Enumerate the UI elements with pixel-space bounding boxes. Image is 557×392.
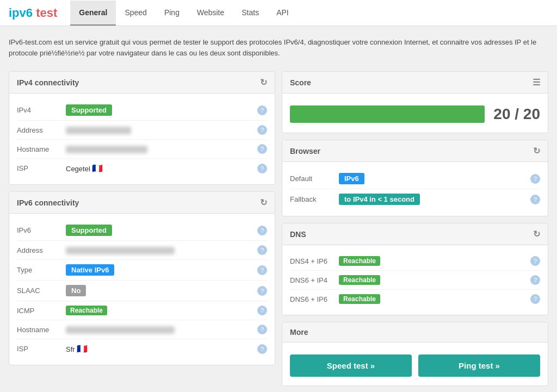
- dns-card-body: DNS4 + IP6 Reachable ? DNS6 + IP4 Reacha…: [282, 245, 548, 315]
- dns6-ip6-label: DNS6 + IP6: [290, 295, 339, 303]
- right-column: Score ☰ 20 / 20 Browser ↻ Default IP: [282, 71, 548, 386]
- main-grid: IPv4 connectivity ↻ IPv4 Supported ? Add…: [0, 65, 557, 392]
- browser-refresh-icon[interactable]: ↻: [533, 146, 540, 156]
- score-card-body: 20 / 20: [282, 94, 548, 133]
- browser-default-value: IPv6: [339, 173, 526, 184]
- browser-card-body: Default IPv6 ? Fallback to IPv4 in < 1 s…: [282, 162, 548, 216]
- ipv6-hostname-label: Hostname: [17, 326, 66, 334]
- table-row: Address ?: [17, 241, 267, 260]
- table-row: Hostname ?: [17, 320, 267, 339]
- nav-stats[interactable]: Stats: [233, 1, 268, 26]
- table-row: Fallback to IPv4 in < 1 second ?: [290, 189, 540, 209]
- browser-fallback-value: to IPv4 in < 1 second: [339, 194, 526, 205]
- ipv4-address-help-icon[interactable]: ?: [257, 125, 267, 135]
- nav-api[interactable]: API: [268, 1, 298, 26]
- ipv4-ipv4-help-icon[interactable]: ?: [257, 105, 267, 115]
- dns6-ip4-badge: Reachable: [339, 275, 380, 285]
- ipv6-isp-help-icon[interactable]: ?: [257, 344, 267, 354]
- ipv4-card-body: IPv4 Supported ? Address ? Hostname: [9, 94, 275, 184]
- ipv6-address-help-icon[interactable]: ?: [257, 245, 267, 255]
- ipv6-card-header: IPv6 connectivity ↻: [9, 192, 275, 214]
- ipv6-hostname-help-icon[interactable]: ?: [257, 325, 267, 334]
- ipv6-address-blurred: [66, 247, 175, 254]
- speed-test-button[interactable]: Speed test »: [290, 354, 412, 377]
- ipv6-slaac-label: SLAAC: [17, 287, 66, 295]
- ipv6-icmp-help-icon[interactable]: ?: [257, 306, 267, 315]
- ipv4-isp-value: Cegetel 🇫🇷: [66, 163, 253, 173]
- browser-fallback-help-icon[interactable]: ?: [530, 195, 540, 204]
- ipv4-hostname-value: [66, 145, 253, 153]
- ipv6-type-label: Type: [17, 266, 66, 274]
- score-card: Score ☰ 20 / 20: [282, 71, 548, 133]
- ipv4-ipv4-value: Supported: [66, 104, 253, 116]
- ipv6-title: IPv6 connectivity: [17, 198, 79, 207]
- ipv6-supported-badge: Supported: [66, 225, 112, 236]
- ipv4-address-blurred: [66, 127, 131, 134]
- ipv6-card-body: IPv6 Supported ? Address ? Type: [9, 214, 275, 365]
- score-title: Score: [290, 78, 311, 87]
- ipv6-ipv6-value: Supported: [66, 225, 253, 236]
- dns-title: DNS: [290, 230, 306, 239]
- table-row: DNS4 + IP6 Reachable ?: [290, 252, 540, 271]
- left-column: IPv4 connectivity ↻ IPv4 Supported ? Add…: [9, 71, 275, 386]
- dns6-ip6-help-icon[interactable]: ?: [530, 294, 540, 304]
- ipv6-icmp-label: ICMP: [17, 307, 66, 315]
- nav: General Speed Ping Website Stats API: [70, 1, 297, 26]
- table-row: ISP Cegetel 🇫🇷 ?: [17, 159, 267, 178]
- table-row: DNS6 + IP4 Reachable ?: [290, 271, 540, 290]
- ipv6-icmp-badge: Reachable: [66, 306, 107, 315]
- more-card-body: Speed test » Ping test »: [282, 343, 548, 385]
- dns4-ip6-label: DNS4 + IP6: [290, 257, 339, 265]
- more-buttons: Speed test » Ping test »: [290, 349, 540, 379]
- score-value: 20 / 20: [493, 105, 540, 123]
- ping-test-button[interactable]: Ping test »: [418, 354, 540, 377]
- ipv6-ipv6-help-icon[interactable]: ?: [257, 226, 267, 235]
- score-card-header: Score ☰: [282, 72, 548, 94]
- dns-card-header: DNS ↻: [282, 223, 548, 245]
- ipv4-address-value: [66, 126, 253, 134]
- dns4-ip6-badge: Reachable: [339, 256, 380, 266]
- ipv4-refresh-icon[interactable]: ↻: [260, 77, 267, 88]
- browser-default-label: Default: [290, 175, 339, 183]
- nav-website[interactable]: Website: [188, 1, 233, 26]
- nav-speed[interactable]: Speed: [116, 1, 155, 26]
- ipv4-flag: 🇫🇷: [92, 164, 103, 173]
- ipv4-isp-help-icon[interactable]: ?: [257, 164, 267, 173]
- table-row: Default IPv6 ?: [290, 169, 540, 189]
- dns6-ip4-value: Reachable: [339, 275, 526, 285]
- ipv6-icmp-value: Reachable: [66, 306, 253, 315]
- dns6-ip4-help-icon[interactable]: ?: [530, 275, 540, 285]
- dns-refresh-icon[interactable]: ↻: [533, 229, 540, 239]
- dns6-ip4-label: DNS6 + IP4: [290, 276, 339, 284]
- logo-test: test: [33, 6, 57, 20]
- table-row: ICMP Reachable ?: [17, 301, 267, 320]
- ipv4-supported-badge: Supported: [66, 104, 112, 116]
- ipv4-ipv4-label: IPv4: [17, 106, 66, 114]
- ipv6-type-value: Native IPv6: [66, 264, 253, 276]
- ipv4-title: IPv4 connectivity: [17, 78, 79, 87]
- table-row: IPv4 Supported ?: [17, 100, 267, 121]
- ipv6-address-value: [66, 246, 253, 254]
- ipv6-isp-value: Sfr 🇫🇷: [66, 344, 253, 354]
- nav-ping[interactable]: Ping: [156, 1, 188, 26]
- dns4-ip6-help-icon[interactable]: ?: [530, 256, 540, 266]
- ipv6-ipv6-label: IPv6: [17, 226, 66, 234]
- ipv6-slaac-help-icon[interactable]: ?: [257, 286, 267, 296]
- ipv4-hostname-help-icon[interactable]: ?: [257, 144, 267, 154]
- nav-general[interactable]: General: [70, 1, 116, 26]
- score-list-icon[interactable]: ☰: [533, 77, 540, 88]
- ipv6-address-label: Address: [17, 246, 66, 254]
- table-row: Type Native IPv6 ?: [17, 260, 267, 281]
- table-row: SLAAC No ?: [17, 281, 267, 301]
- table-row: Address ?: [17, 121, 267, 140]
- browser-card-header: Browser ↻: [282, 140, 548, 162]
- browser-card: Browser ↻ Default IPv6 ? Fallback to IPv…: [282, 140, 548, 216]
- dns6-ip6-badge: Reachable: [339, 294, 380, 304]
- ipv6-type-help-icon[interactable]: ?: [257, 265, 267, 275]
- ipv6-refresh-icon[interactable]: ↻: [260, 197, 267, 208]
- ipv6-type-badge: Native IPv6: [66, 264, 114, 276]
- browser-default-help-icon[interactable]: ?: [530, 174, 540, 184]
- browser-fallback-label: Fallback: [290, 195, 339, 203]
- browser-default-badge: IPv6: [339, 173, 364, 184]
- score-bar: [290, 105, 485, 123]
